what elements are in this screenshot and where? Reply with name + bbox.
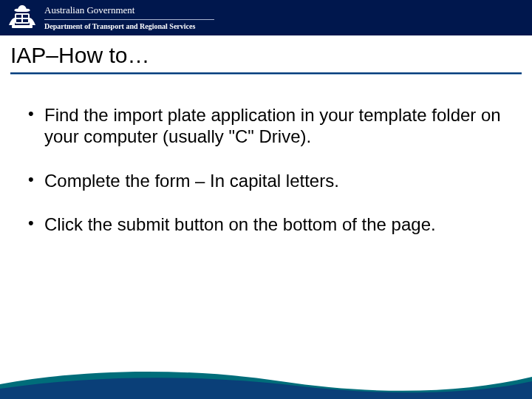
header-rule [44, 19, 214, 20]
gov-title: Australian Government [44, 5, 214, 16]
crest-icon [7, 4, 37, 31]
header-text: Australian Government Department of Tran… [44, 5, 214, 30]
title-underline [10, 72, 522, 75]
list-item: Click the submit button on the bottom of… [27, 214, 505, 235]
dept-title: Department of Transport and Regional Ser… [44, 22, 214, 30]
list-item: Find the import plate application in you… [27, 104, 505, 148]
slide: Australian Government Department of Tran… [0, 0, 532, 399]
svg-rect-2 [16, 15, 21, 18]
svg-rect-4 [16, 19, 21, 22]
slide-title: IAP–How to… [10, 43, 522, 68]
svg-rect-3 [23, 15, 28, 18]
header-bar: Australian Government Department of Tran… [0, 0, 532, 35]
svg-rect-1 [12, 25, 33, 28]
title-block: IAP–How to… [0, 35, 532, 81]
bullet-list: Find the import plate application in you… [27, 104, 505, 235]
svg-rect-5 [23, 19, 28, 22]
list-item: Complete the form – In capital letters. [27, 170, 505, 191]
footer-wave [0, 362, 532, 399]
body: Find the import plate application in you… [0, 81, 532, 399]
